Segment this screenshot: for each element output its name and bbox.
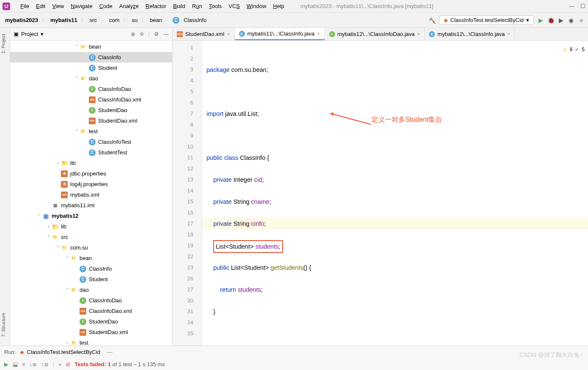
tree-node-ClassInfoDao-xml[interactable]: </>ClassInfoDao.xml: [10, 94, 172, 105]
menu-analyze[interactable]: Analyze: [116, 3, 142, 9]
coverage-icon[interactable]: ▶: [558, 17, 564, 24]
prop-icon: ⚙: [61, 181, 68, 188]
chevron-icon[interactable]: ˅: [36, 214, 42, 218]
editor-tab[interactable]: Imybatis12\...\ClassInfoDao.java×: [325, 28, 425, 40]
bc-module[interactable]: mybatis11: [49, 17, 79, 23]
bc-com[interactable]: com: [107, 17, 121, 23]
tree-node-Student[interactable]: CStudent: [10, 274, 172, 285]
filter-icon[interactable]: ↓≣: [30, 361, 37, 367]
tree-node-dao[interactable]: ˅📁dao: [10, 285, 172, 295]
chevron-icon[interactable]: ›: [46, 224, 52, 229]
editor-tab[interactable]: Cmybatis11\...\ClassInfo.java×: [235, 28, 325, 40]
tree-node-bean[interactable]: ˅📁bean: [10, 253, 172, 263]
tree-node-mybatis12[interactable]: ˅▣mybatis12: [10, 211, 172, 221]
chevron-icon[interactable]: ˅: [46, 235, 52, 239]
menu-tools[interactable]: Tools: [206, 3, 225, 9]
chevron-icon[interactable]: ›: [64, 340, 70, 345]
tree-node-com-su[interactable]: ˅📁com.su: [10, 242, 172, 253]
project-tree[interactable]: ˅📁beanCClassInfoCStudent˅📁daoIClassInfoD…: [10, 41, 172, 345]
pin-icon[interactable]: —: [107, 349, 113, 355]
build-icon[interactable]: 🔨: [429, 17, 436, 24]
menu-view[interactable]: View: [49, 3, 67, 9]
menu-vcs[interactable]: VCS: [225, 3, 243, 9]
tree-node-StudentDao-xml[interactable]: </>StudentDao.xml: [10, 327, 172, 337]
code-area[interactable]: 1234567891011121314151617181922232627303…: [173, 41, 588, 345]
close-icon[interactable]: ×: [417, 31, 420, 37]
tree-node-StudentTest[interactable]: CStudentTest: [10, 147, 172, 158]
bc-bean[interactable]: bean: [148, 17, 164, 23]
menu-run[interactable]: Run: [189, 3, 206, 9]
tree-node-jdbc-properties[interactable]: ⚙jdbc.properties: [10, 168, 172, 179]
chevron-icon[interactable]: ˅: [64, 288, 70, 292]
close-icon[interactable]: ×: [507, 31, 510, 37]
tree-node-ClassInfoTest[interactable]: CClassInfoTest: [10, 137, 172, 147]
stop-icon[interactable]: ■: [578, 17, 585, 24]
tree-node-dao[interactable]: ˅📁dao: [10, 73, 172, 84]
tree-icon[interactable]: ≡: [22, 361, 25, 367]
tree-node-ClassInfoDao[interactable]: IClassInfoDao: [10, 295, 172, 306]
bc-class[interactable]: ClassInfo: [182, 17, 208, 23]
menu-build[interactable]: Build: [170, 3, 189, 9]
side-tab-project[interactable]: 1: Project: [0, 30, 10, 58]
tree-node-ClassInfoDao[interactable]: IClassInfoDao: [10, 84, 172, 94]
bc-root[interactable]: mybatis2023: [3, 17, 40, 23]
maximize-icon[interactable]: ☐: [580, 3, 585, 9]
tree-node-Student[interactable]: CStudent: [10, 63, 172, 73]
rerun-icon[interactable]: ▶: [4, 361, 8, 367]
toggle-icon[interactable]: ⬓: [13, 361, 18, 367]
tree-node-test[interactable]: ˅📁test: [10, 126, 172, 137]
expand-icon[interactable]: ✢: [140, 31, 144, 37]
tree-node-log4j-properties[interactable]: ⚙log4j.properties: [10, 179, 172, 189]
window-controls: — ☐: [569, 3, 585, 9]
tree-node-mybatis-xml[interactable]: </>mybatis.xml: [10, 189, 172, 200]
menu-window[interactable]: Window: [243, 3, 269, 9]
tree-node-ClassInfo[interactable]: CClassInfo: [10, 52, 172, 63]
tree-node-StudentDao-xml[interactable]: </>StudentDao.xml: [10, 115, 172, 126]
chevron-icon[interactable]: ˅: [74, 129, 80, 134]
tree-node-lib[interactable]: ›📁lib: [10, 221, 172, 232]
chevron-icon[interactable]: ˅: [64, 256, 70, 260]
chevron-down-icon[interactable]: ▾: [41, 31, 44, 37]
chevron-icon[interactable]: ˅: [74, 44, 80, 49]
bc-su[interactable]: su: [130, 17, 140, 23]
tree-node-ClassInfoDao-xml[interactable]: </>ClassInfoDao.xml: [10, 306, 172, 316]
tree-node-src[interactable]: ˅📁src: [10, 232, 172, 242]
menu-refactor[interactable]: Refactor: [142, 3, 170, 9]
menu-edit[interactable]: Edit: [33, 3, 49, 9]
chevron-icon[interactable]: ˅: [55, 245, 61, 250]
debug-icon[interactable]: 🐞: [547, 17, 554, 24]
minimize-icon[interactable]: —: [569, 3, 574, 9]
menu-help[interactable]: Help: [269, 3, 288, 9]
editor-tab[interactable]: Cmybatis12\...\ClassInfo.java×: [425, 28, 515, 40]
gear-icon[interactable]: ⚙: [154, 31, 159, 37]
run-icon[interactable]: ▶: [537, 17, 544, 24]
locate-icon[interactable]: ⊕: [131, 31, 135, 37]
tree-node-bean[interactable]: ˅📁bean: [10, 41, 172, 52]
export-icon[interactable]: »: [58, 361, 61, 367]
side-tab-structure[interactable]: 7: Structure: [0, 309, 10, 341]
tree-node-mybatis11-iml[interactable]: ▦mybatis11.iml: [10, 200, 172, 211]
menu-code[interactable]: Code: [96, 3, 116, 9]
tree-label: mybatis.xml: [70, 192, 99, 198]
tree-node-test[interactable]: ›📁test: [10, 337, 172, 345]
code-content[interactable]: package com.su.bean; import java.util.Li…: [202, 41, 588, 345]
close-icon[interactable]: ×: [317, 31, 320, 37]
profile-icon[interactable]: ◉: [568, 17, 574, 24]
menu-navigate[interactable]: Navigate: [67, 3, 96, 9]
warning-icon[interactable]: ⚠: [563, 44, 567, 55]
chevron-icon[interactable]: ›: [55, 161, 61, 165]
menu-file[interactable]: File: [17, 3, 33, 9]
close-icon[interactable]: ×: [227, 31, 230, 37]
collapse-icon[interactable]: —: [163, 31, 169, 37]
sort-icon[interactable]: ↑≣: [41, 361, 49, 367]
bc-src[interactable]: src: [88, 17, 99, 23]
ok-icon[interactable]: ✔: [575, 44, 579, 55]
run-test[interactable]: ◆ ClassInfoTest.testSelectByCid: [20, 349, 100, 355]
editor-tab[interactable]: </>StudentDao.xml×: [173, 28, 235, 40]
tree-node-StudentDao[interactable]: IStudentDao: [10, 105, 172, 115]
run-config-selector[interactable]: ◆ ClassInfoTest.testSelectByCid ▾: [439, 15, 534, 25]
chevron-icon[interactable]: ˅: [74, 76, 80, 81]
tree-node-ClassInfo[interactable]: CClassInfo: [10, 263, 172, 274]
tree-node-StudentDao[interactable]: IStudentDao: [10, 316, 172, 327]
tree-node-lib[interactable]: ›📁lib: [10, 158, 172, 168]
